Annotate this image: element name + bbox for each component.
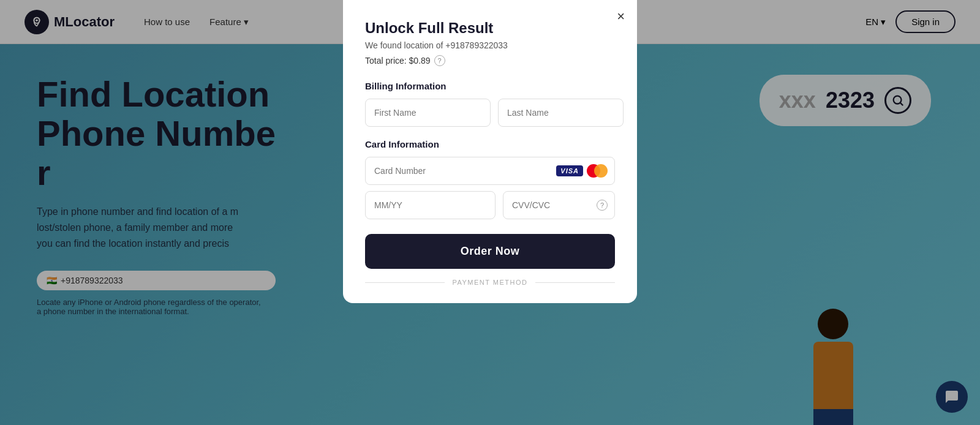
card-section-label: Card Information — [365, 139, 615, 149]
last-name-input[interactable] — [498, 99, 624, 127]
unlock-modal: × Unlock Full Result We found location o… — [343, 0, 637, 303]
cvv-wrap: ? — [503, 191, 615, 219]
first-name-input[interactable] — [365, 99, 491, 127]
price-row: Total price: $0.89 ? — [365, 55, 615, 66]
close-button[interactable]: × — [617, 10, 625, 23]
price-help-icon[interactable]: ? — [434, 55, 445, 66]
expiry-input[interactable] — [365, 191, 496, 219]
card-icons: VISA — [556, 164, 608, 178]
visa-icon: VISA — [556, 165, 583, 176]
divider-left — [365, 282, 445, 283]
billing-row — [365, 99, 615, 127]
price-text: Total price: $0.89 — [365, 56, 431, 66]
card-number-wrap: VISA — [365, 157, 615, 185]
card-section: VISA ? — [365, 157, 615, 219]
payment-method-label: PAYMENT METHOD — [452, 279, 527, 286]
modal-title: Unlock Full Result — [365, 20, 615, 37]
divider-right — [535, 282, 615, 283]
cvv-help-icon[interactable]: ? — [597, 200, 608, 211]
card-bottom-row: ? — [365, 191, 615, 219]
order-now-button[interactable]: Order Now — [365, 234, 615, 269]
payment-method-row: PAYMENT METHOD — [365, 279, 615, 286]
modal-subtitle: We found location of +918789322033 — [365, 40, 615, 50]
mastercard-icon — [587, 164, 608, 178]
billing-section-label: Billing Information — [365, 81, 615, 91]
